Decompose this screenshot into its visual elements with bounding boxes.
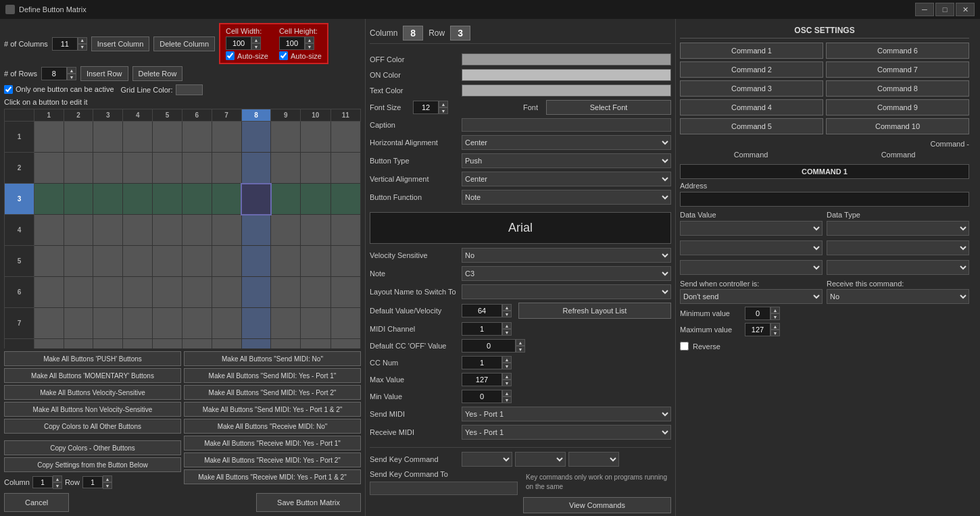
grid-col-1[interactable]: 1	[34, 109, 64, 122]
row-up[interactable]: ▲	[103, 475, 112, 482]
grid-col-9[interactable]: 9	[271, 109, 301, 122]
osc-cmd-7[interactable]: Command 7	[826, 61, 969, 78]
v-align-select[interactable]: Center Top Bottom	[462, 172, 671, 186]
grid-cell-r6-c2[interactable]	[64, 277, 93, 308]
cell-height-input[interactable]	[279, 36, 305, 50]
osc-cmd-8[interactable]: Command 8	[826, 80, 969, 97]
grid-cell-r1-c8[interactable]	[241, 122, 271, 153]
cell-height-spinner[interactable]: ▲ ▼	[279, 36, 322, 50]
osc-cmd-10[interactable]: Command 10	[826, 118, 969, 134]
cc-num-spinner[interactable]: ▲ ▼	[462, 356, 512, 369]
only-one-active-checkbox[interactable]: Only one button can be active	[4, 85, 114, 94]
grid-cell-r5-c8[interactable]	[241, 246, 271, 277]
grid-cell-r3-c6[interactable]	[182, 184, 212, 215]
grid-cell-r8-c7[interactable]	[212, 339, 241, 349]
send-midi-select[interactable]: Yes - Port 1 Yes - Port 2 No	[462, 407, 671, 421]
grid-cell-r7-c4[interactable]	[123, 308, 153, 339]
receive-port2-btn[interactable]: Make All Buttons "Receive MIDI: Yes - Po…	[184, 453, 361, 467]
grid-cell-r4-c4[interactable]	[123, 215, 153, 246]
cell-height-up[interactable]: ▲	[305, 36, 314, 43]
grid-cell-r3-c11[interactable]	[330, 184, 361, 215]
refresh-layout-btn[interactable]: Refresh Layout List	[518, 303, 671, 319]
only-one-active-input[interactable]	[4, 85, 13, 94]
columns-down[interactable]: ▼	[78, 44, 87, 51]
rows-down[interactable]: ▼	[67, 74, 76, 80]
minimize-button[interactable]: ─	[915, 3, 934, 16]
grid-row-6[interactable]: 6	[5, 277, 34, 308]
col-input[interactable]	[32, 476, 53, 488]
grid-cell-r4-c3[interactable]	[93, 215, 123, 246]
data-type-select-2[interactable]	[827, 240, 969, 255]
grid-cell-r3-c5[interactable]	[153, 184, 182, 215]
data-value-select-3[interactable]	[680, 260, 823, 275]
grid-col-3[interactable]: 3	[93, 109, 123, 122]
col-down[interactable]: ▼	[53, 482, 62, 489]
send-port12-btn[interactable]: Make All Buttons "Send MIDI: Yes - Port …	[184, 402, 361, 417]
osc-cmd-5[interactable]: Command 5	[680, 118, 823, 134]
grid-row-8[interactable]: 8	[5, 339, 34, 349]
osc-cmd-1[interactable]: Command 1	[680, 43, 823, 59]
grid-col-2[interactable]: 2	[64, 109, 93, 122]
receive-port1-btn[interactable]: Make All Buttons "Receive MIDI: Yes - Po…	[184, 436, 361, 450]
rows-input[interactable]	[41, 67, 67, 80]
text-color-strip[interactable]	[462, 84, 671, 97]
grid-cell-r5-c9[interactable]	[271, 246, 301, 277]
grid-cell-r1-c7[interactable]	[212, 122, 241, 153]
grid-cell-r1-c10[interactable]	[301, 122, 330, 153]
receive-no-btn[interactable]: Make All Buttons "Receive MIDI: No"	[184, 419, 361, 434]
send-port2-btn[interactable]: Make All Buttons "Send MIDI: Yes - Port …	[184, 385, 361, 400]
grid-cell-r7-c6[interactable]	[182, 308, 212, 339]
grid-row-2[interactable]: 2	[5, 153, 34, 184]
min-value-input-osc[interactable]	[745, 307, 770, 320]
grid-cell-r8-c2[interactable]	[64, 339, 93, 349]
default-value-up[interactable]: ▲	[502, 304, 512, 311]
autosize2-checkbox[interactable]: Auto-size	[279, 51, 322, 60]
cell-height-down[interactable]: ▼	[305, 43, 314, 50]
autosize1-checkbox[interactable]: Auto-size	[226, 51, 268, 60]
midi-channel-down[interactable]: ▼	[502, 329, 512, 336]
grid-cell-r4-c6[interactable]	[182, 215, 212, 246]
data-type-select-3[interactable]	[827, 260, 969, 275]
grid-cell-r5-c6[interactable]	[182, 246, 212, 277]
row-input[interactable]	[82, 476, 103, 488]
push-btn[interactable]: Make All Buttons 'PUSH' Buttons	[4, 351, 181, 366]
note-select[interactable]: C3	[462, 266, 671, 281]
grid-cell-r8-c6[interactable]	[182, 339, 212, 349]
midi-channel-input[interactable]	[462, 322, 502, 336]
osc-cmd-9[interactable]: Command 9	[826, 99, 969, 115]
insert-column-button[interactable]: Insert Column	[91, 36, 149, 51]
button-type-select[interactable]: Push Momentary Toggle	[462, 153, 671, 168]
default-cc-input[interactable]	[462, 339, 516, 353]
row-spinner[interactable]: ▲ ▼	[82, 475, 112, 489]
grid-cell-r6-c1[interactable]	[34, 277, 64, 308]
grid-cell-r2-c7[interactable]	[212, 153, 241, 184]
grid-cell-r5-c7[interactable]	[212, 246, 241, 277]
grid-cell-r2-c11[interactable]	[330, 153, 361, 184]
send-when-select[interactable]: Don't send On Off	[680, 289, 823, 304]
max-value-spinner[interactable]: ▲ ▼	[462, 373, 512, 386]
insert-row-button[interactable]: Insert Row	[80, 66, 128, 81]
grid-cell-r6-c4[interactable]	[123, 277, 153, 308]
grid-col-10[interactable]: 10	[301, 109, 330, 122]
grid-cell-r4-c7[interactable]	[212, 215, 241, 246]
grid-row-4[interactable]: 4	[5, 215, 34, 246]
grid-row-1[interactable]: 1	[5, 122, 34, 153]
data-type-select-1[interactable]	[827, 221, 969, 236]
velocity-sensitive-btn[interactable]: Make All Buttons Velocity-Sensitive	[4, 385, 181, 400]
cancel-button[interactable]: Cancel	[4, 493, 69, 512]
cell-width-input[interactable]	[226, 36, 251, 50]
non-velocity-btn[interactable]: Make All Buttons Non Velocity-Sensitive	[4, 402, 181, 417]
default-value-input[interactable]	[462, 304, 502, 317]
autosize2-input[interactable]	[279, 51, 288, 60]
osc-cmd-3[interactable]: Command 3	[680, 80, 823, 97]
grid-col-4[interactable]: 4	[123, 109, 153, 122]
close-button[interactable]: ✕	[956, 3, 975, 16]
grid-cell-r7-c3[interactable]	[93, 308, 123, 339]
grid-cell-r8-c1[interactable]	[34, 339, 64, 349]
max-value-down-osc[interactable]: ▼	[770, 330, 780, 336]
grid-cell-r8-c8[interactable]	[241, 339, 271, 349]
key-cmd-select3[interactable]	[568, 452, 619, 467]
osc-cmd-4[interactable]: Command 4	[680, 99, 823, 115]
cell-width-down[interactable]: ▼	[251, 43, 261, 50]
grid-cell-r5-c4[interactable]	[123, 246, 153, 277]
